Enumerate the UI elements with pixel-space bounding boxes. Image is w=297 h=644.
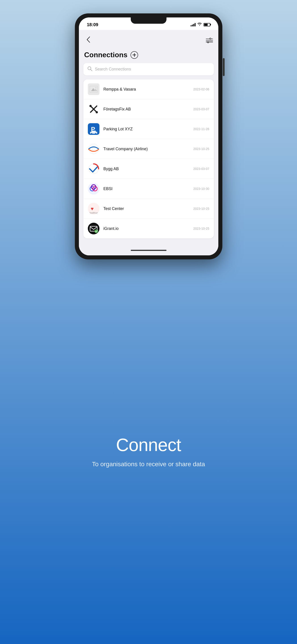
connection-logo-foretagsfix <box>88 103 99 115</box>
page-title: Connections <box>84 51 128 59</box>
back-button[interactable] <box>84 35 92 46</box>
list-item[interactable]: ♥ healthcare Test Center 2023-10-25 <box>83 199 214 219</box>
list-item[interactable]: Remppa & Vasara 2023-02-06 <box>83 80 214 99</box>
page-title-row: Connections <box>83 48 214 63</box>
list-item[interactable]: EBSI 2023-10-30 <box>83 179 214 199</box>
signal-icon <box>191 23 196 26</box>
svg-point-14 <box>91 133 92 134</box>
connection-logo-ebsi <box>88 183 99 194</box>
top-nav <box>83 32 214 48</box>
connection-name: FöretagsFix AB <box>103 107 193 112</box>
svg-point-9 <box>89 105 92 107</box>
search-icon <box>87 66 92 72</box>
connect-title: Connect <box>116 435 181 455</box>
svg-point-10 <box>96 111 98 113</box>
connection-name: Bygg AB <box>103 166 193 171</box>
svg-point-15 <box>95 133 96 134</box>
list-item[interactable]: P Parking Lot XYZ 2022-11-26 <box>83 119 214 139</box>
connection-date: 2023-10-25 <box>193 227 209 230</box>
app-content: Connections Search Connections <box>79 30 218 245</box>
connection-name: iGrant.io <box>103 226 193 231</box>
list-item[interactable]: Travel Company (Airline) 2023-10-25 <box>83 139 214 159</box>
svg-point-6 <box>95 87 96 88</box>
connection-date: 2023-10-25 <box>193 147 209 151</box>
connection-name: Test Center <box>103 206 193 211</box>
list-item[interactable]: iGrant.io 2023-10-25 <box>83 219 214 238</box>
connection-logo-travel <box>88 143 99 155</box>
connection-logo-igrant <box>88 223 99 234</box>
connect-subtitle: To organisations to receive or share dat… <box>92 460 205 468</box>
list-item[interactable]: FöretagsFix AB 2023-03-07 <box>83 99 214 119</box>
connection-logo-parking: P <box>88 123 99 135</box>
connection-name: Parking Lot XYZ <box>103 127 193 132</box>
wifi-icon <box>197 22 202 27</box>
list-item[interactable]: Bygg AB 2023-03-07 <box>83 159 214 179</box>
search-placeholder: Search Connections <box>95 67 131 72</box>
connection-date: 2023-02-06 <box>193 88 209 91</box>
battery-icon <box>204 23 210 26</box>
svg-point-19 <box>92 148 95 150</box>
bottom-section: Connect To organisations to receive or s… <box>83 260 214 644</box>
connection-name: EBSI <box>103 186 193 191</box>
connection-date: 2023-03-07 <box>193 167 209 170</box>
phone-screen: 18:09 <box>79 18 218 255</box>
add-connection-button[interactable] <box>130 51 138 59</box>
connection-name: Travel Company (Airline) <box>103 147 193 152</box>
svg-text:♥: ♥ <box>91 206 94 212</box>
svg-rect-16 <box>91 130 96 132</box>
home-bar <box>131 250 167 251</box>
connection-logo-remppa <box>88 84 99 95</box>
connection-date: 2023-03-07 <box>193 107 209 111</box>
home-indicator <box>79 245 218 255</box>
connection-date: 2023-10-30 <box>193 187 209 190</box>
connection-logo-testcenter: ♥ healthcare <box>88 203 99 214</box>
svg-line-1 <box>90 69 92 71</box>
search-bar[interactable]: Search Connections <box>83 63 214 75</box>
phone-shell: 18:09 <box>75 14 222 260</box>
status-icons <box>191 22 210 27</box>
svg-text:healthcare: healthcare <box>90 212 99 214</box>
status-time: 18:09 <box>87 22 98 27</box>
connections-list: Remppa & Vasara 2023-02-06 Fö <box>83 80 214 238</box>
connection-date: 2022-11-26 <box>193 127 209 131</box>
connection-logo-bygg <box>88 163 99 175</box>
connection-name: Remppa & Vasara <box>103 87 193 92</box>
status-bar: 18:09 <box>79 18 218 30</box>
filter-icon[interactable] <box>206 38 213 43</box>
connection-date: 2023-10-25 <box>193 207 209 210</box>
